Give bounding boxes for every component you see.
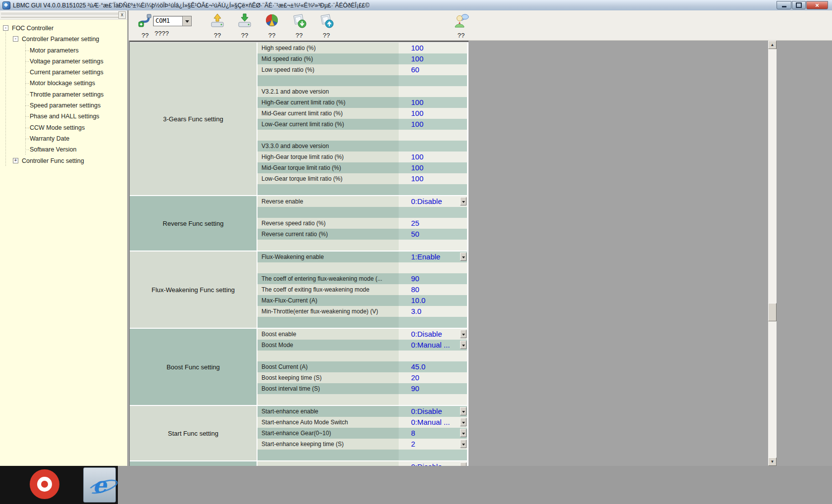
dropdown-button[interactable] [460,252,467,261]
table-row [258,450,467,460]
param-value-cell[interactable]: 45.0 [399,361,467,372]
tree-item-voltage-parameter-settings[interactable]: Voltage parameter settings [0,56,127,67]
param-value-cell[interactable]: 80 [399,284,467,295]
chevron-down-icon [462,345,465,347]
param-value-cell[interactable]: 8 [399,428,467,439]
expand-icon[interactable]: + [13,158,18,163]
param-value-cell[interactable]: 90 [399,383,467,394]
table-row: Boost enable0:Disable [258,329,467,340]
panel-close-icon[interactable]: x [118,11,126,19]
user-info-button[interactable]: ?? [448,13,474,39]
collapse-icon[interactable]: - [3,25,8,31]
read-device-button[interactable]: ?? [231,13,258,39]
dropdown-button[interactable] [460,418,467,426]
dropdown-button[interactable] [460,429,467,437]
dropdown-button[interactable] [460,341,467,349]
section-rows: 0:Disable [258,461,467,466]
panel-grip[interactable] [1,15,118,18]
write-device-button[interactable]: ?? [204,13,231,39]
table-section-3-gears-func-setting: 3-Gears Func settingHigh speed ratio (%)… [130,43,467,195]
section-rows: Boost enable0:DisableBoost Mode0:Manual … [258,329,467,405]
param-value-cell[interactable]: 10.0 [399,295,467,306]
dropdown-button[interactable] [460,197,467,205]
param-label: High-Gear torque limit ratio (%) [258,151,399,162]
table-row [258,207,467,218]
param-value: 0:Disable [411,329,442,340]
table-row: Boost Current (A)45.0 [258,361,467,372]
minimize-button[interactable] [777,1,791,9]
maximize-button[interactable] [792,1,806,9]
taskbar-app-icon-browser[interactable]: e [83,467,116,503]
param-value-cell[interactable]: 100 [399,119,467,130]
tree-item-software-version[interactable]: Software Version [0,144,127,155]
param-value-cell[interactable]: 100 [399,53,467,64]
param-value-cell[interactable]: 90 [399,273,467,284]
close-button[interactable]: × [806,1,828,9]
scrollbar-thumb[interactable] [768,303,777,321]
param-value-cell[interactable]: 3.0 [399,306,467,317]
main-content: 3-Gears Func settingHigh speed ratio (%)… [128,41,832,466]
tree-item-label: Motor blockage settings [30,78,95,89]
import-file-button[interactable]: ?? [286,13,312,39]
com-port-select[interactable]: COM1 [153,16,192,26]
param-value-cell[interactable]: 20 [399,372,467,383]
scroll-up-button[interactable]: ▲ [768,41,777,49]
tree-item-throttle-parameter-settings[interactable]: Throttle parameter settings [0,89,127,100]
param-label: V3.3.0 and above version [258,141,399,151]
param-value-cell[interactable]: 100 [399,108,467,119]
taskbar-app-icon-red[interactable] [30,469,59,499]
panel-grip[interactable] [1,11,118,14]
param-value-cell[interactable]: 50 [399,229,467,240]
navigation-tree: -FOC Controller-Controller Parameter set… [0,20,127,166]
tree-item-phase-and-hall-settings[interactable]: Phase and HALL settings [0,111,127,122]
param-value-cell[interactable]: 0:Disable [399,196,467,207]
dropdown-button[interactable] [460,407,467,415]
param-value-cell[interactable]: 25 [399,218,467,229]
param-value-cell[interactable]: 0:Disable [399,406,467,417]
param-value-cell[interactable]: 2 [399,439,467,450]
scroll-down-button[interactable]: ▼ [768,457,777,466]
param-value-cell[interactable]: 0:Manual ... [399,340,467,351]
param-value: 100 [411,173,423,184]
table-row [258,130,467,141]
vertical-scrollbar[interactable]: ▲ ▼ [768,41,777,466]
tree-item-foc-controller[interactable]: -FOC Controller [0,23,127,34]
param-value-cell[interactable]: 100 [399,43,467,53]
param-value-cell [399,317,467,328]
monitor-button[interactable]: ?? [259,13,285,39]
param-value-cell[interactable]: 0:Disable [399,461,467,466]
param-value-cell[interactable]: 0:Manual ... [399,417,467,428]
param-value-cell[interactable]: 100 [399,173,467,184]
param-value: 0:Disable [411,196,442,207]
tree-item-speed-parameter-settings[interactable]: Speed parameter settings [0,100,127,111]
tree-item-motor-blockage-settings[interactable]: Motor blockage settings [0,78,127,89]
param-label [258,184,399,195]
param-value-cell[interactable]: 60 [399,64,467,75]
param-value-cell[interactable]: 1:Enable [399,252,467,262]
tree-connector [25,95,29,95]
tree-item-motor-parameters[interactable]: Motor parameters [0,45,127,56]
param-label [258,262,399,273]
minimize-icon [782,6,786,7]
param-value-cell[interactable]: 100 [399,162,467,173]
dropdown-button[interactable] [460,330,467,338]
tree-item-label: Warranty Date [30,133,69,144]
tree-item-warranty-date[interactable]: Warranty Date [0,133,127,144]
chevron-down-icon [462,422,465,424]
com-port-label: ???? [155,30,169,37]
param-value-cell[interactable]: 100 [399,97,467,108]
dropdown-button[interactable] [460,462,467,466]
com-port-dropdown-button[interactable] [182,16,191,26]
collapse-icon[interactable]: - [13,36,18,42]
browser-e-icon: e [93,474,106,496]
param-value-cell[interactable]: 0:Disable [399,329,467,340]
param-value: 2 [411,439,415,450]
dropdown-button[interactable] [460,440,467,448]
tree-item-controller-parameter-setting[interactable]: -Controller Parameter setting [0,34,127,45]
export-file-button[interactable]: ?? [313,13,340,39]
tree-item-controller-func-setting[interactable]: +Controller Func setting [0,155,127,166]
param-value-cell[interactable]: 100 [399,151,467,162]
tree-item-current-parameter-settings[interactable]: Current parameter settings [0,67,127,78]
close-icon: × [815,2,819,8]
tree-item-ccw-mode-settings[interactable]: CCW Mode settings [0,122,127,133]
